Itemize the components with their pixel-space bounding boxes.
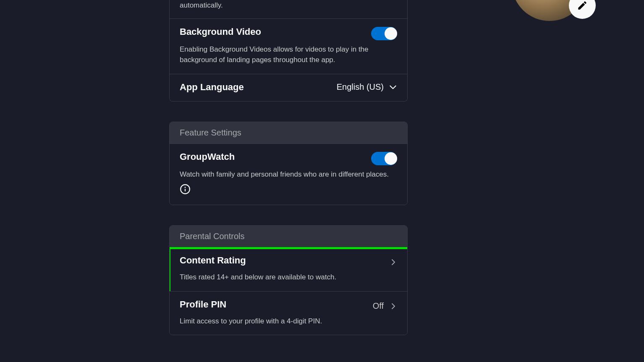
chevron-right-icon (390, 258, 397, 266)
groupwatch-toggle[interactable] (371, 152, 397, 165)
app-language-row[interactable]: App Language English (US) (170, 74, 407, 101)
groupwatch-desc: Watch with family and personal friends w… (180, 169, 397, 180)
content-rating-row[interactable]: Content Rating Titles rated 14+ and belo… (170, 247, 407, 291)
parental-controls-section: Parental Controls Content Rating Titles … (169, 225, 408, 335)
content-rating-desc: Titles rated 14+ and below are available… (180, 272, 397, 283)
feature-settings-section: Feature Settings GroupWatch Watch with f… (169, 122, 408, 206)
groupwatch-title: GroupWatch (180, 151, 363, 162)
background-video-title: Background Video (180, 26, 363, 37)
svg-point-1 (185, 187, 186, 188)
settings-panel: automatically. Background Video Enabling… (169, 0, 408, 335)
background-video-desc: Enabling Background Videos allows for vi… (180, 44, 397, 65)
svg-rect-2 (185, 189, 186, 192)
app-language-value: English (US) (337, 82, 384, 92)
profile-pin-title: Profile PIN (180, 299, 364, 310)
chevron-down-icon (389, 83, 397, 91)
app-language-title: App Language (180, 82, 244, 93)
pencil-icon (577, 0, 588, 11)
profile-pin-value: Off (373, 301, 384, 311)
highlight-box (169, 247, 408, 294)
background-video-row: Background Video Enabling Background Vid… (170, 18, 407, 74)
playback-settings-section: automatically. Background Video Enabling… (169, 0, 408, 102)
content-rating-title: Content Rating (180, 255, 381, 266)
profile-pin-desc: Limit access to your profile with a 4-di… (180, 316, 397, 327)
avatar-region (512, 0, 587, 21)
groupwatch-row: GroupWatch Watch with family and persona… (170, 143, 407, 205)
autoplay-desc: automatically. (180, 0, 397, 11)
toggle-knob (385, 152, 397, 165)
edit-avatar-button[interactable] (569, 0, 596, 19)
profile-pin-row[interactable]: Profile PIN Off Limit access to your pro… (170, 291, 407, 335)
parental-controls-header: Parental Controls (170, 226, 407, 247)
chevron-right-icon (390, 302, 397, 310)
toggle-knob (385, 27, 397, 40)
feature-settings-header: Feature Settings (170, 122, 407, 143)
info-icon[interactable] (180, 184, 397, 196)
background-video-toggle[interactable] (371, 27, 397, 40)
autoplay-row-partial: automatically. (170, 0, 407, 18)
